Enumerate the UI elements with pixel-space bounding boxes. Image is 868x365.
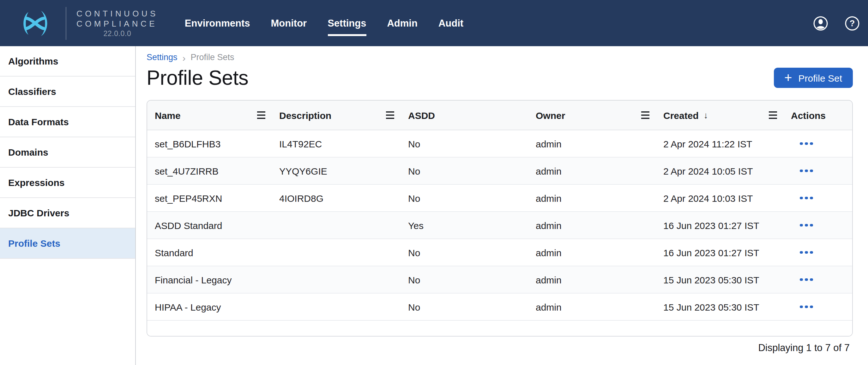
cell-created: 16 Jun 2023 01:27 IST bbox=[656, 239, 783, 266]
row-actions-button[interactable] bbox=[796, 194, 816, 202]
table-row: ASDD Standard Yes admin 16 Jun 2023 01:2… bbox=[147, 212, 852, 239]
cell-name: set_PEP45RXN bbox=[147, 185, 272, 212]
nav-item-audit[interactable]: Audit bbox=[438, 15, 463, 31]
row-actions-button[interactable] bbox=[796, 140, 816, 148]
sidebar-item-jdbc-drivers[interactable]: JDBC Drivers bbox=[0, 198, 135, 228]
cell-actions bbox=[783, 266, 852, 293]
sidebar-item-profile-sets[interactable]: Profile Sets bbox=[0, 228, 135, 259]
cell-asdd: No bbox=[401, 266, 528, 293]
column-menu-icon[interactable] bbox=[641, 111, 649, 119]
column-header-actions: Actions bbox=[783, 101, 852, 130]
cell-description: IL4T92EC bbox=[272, 130, 401, 157]
cell-description bbox=[272, 293, 401, 320]
cell-description bbox=[272, 266, 401, 293]
column-header-owner[interactable]: Owner bbox=[528, 101, 656, 130]
nav-item-environments[interactable]: Environments bbox=[185, 15, 250, 31]
table-row: set_PEP45RXN 4IOIRD8G No admin 2 Apr 202… bbox=[147, 185, 852, 212]
column-header-asdd[interactable]: ASDD bbox=[401, 101, 528, 130]
nav-item-label: Audit bbox=[438, 18, 463, 28]
sidebar-item-classifiers[interactable]: Classifiers bbox=[0, 77, 135, 107]
breadcrumb-settings-link[interactable]: Settings bbox=[147, 53, 178, 63]
row-actions-button[interactable] bbox=[796, 167, 816, 175]
more-horizontal-icon bbox=[800, 142, 803, 145]
row-actions-button[interactable] bbox=[796, 221, 816, 229]
page-title: Profile Sets bbox=[147, 66, 248, 90]
plus-icon: + bbox=[784, 71, 792, 84]
nav-item-label: Settings bbox=[328, 18, 366, 28]
top-navbar: CONTINUOUS COMPLIANCE 22.0.0.0 Environme… bbox=[0, 0, 868, 46]
table-header-row: Name Description bbox=[147, 101, 852, 130]
column-label: Name bbox=[155, 110, 181, 120]
cell-asdd: Yes bbox=[401, 212, 528, 239]
table-row: Standard No admin 16 Jun 2023 01:27 IST bbox=[147, 239, 852, 266]
column-header-description[interactable]: Description bbox=[272, 101, 401, 130]
nav-item-monitor[interactable]: Monitor bbox=[271, 15, 307, 31]
navbar-right: ? bbox=[813, 16, 860, 31]
cell-asdd: No bbox=[401, 293, 528, 320]
sidebar-item-domains[interactable]: Domains bbox=[0, 137, 135, 168]
app-root: CONTINUOUS COMPLIANCE 22.0.0.0 Environme… bbox=[0, 0, 868, 365]
cell-actions bbox=[783, 212, 852, 239]
more-horizontal-icon bbox=[800, 278, 803, 281]
help-icon: ? bbox=[845, 16, 860, 31]
user-icon bbox=[813, 16, 828, 31]
nav-item-settings[interactable]: Settings bbox=[328, 15, 366, 31]
cell-asdd: No bbox=[401, 130, 528, 157]
table-row: Financial - Legacy No admin 15 Jun 2023 … bbox=[147, 266, 852, 293]
cell-description bbox=[272, 212, 401, 239]
cell-name: Standard bbox=[147, 239, 272, 266]
cell-asdd: No bbox=[401, 239, 528, 266]
column-label: ASDD bbox=[408, 110, 435, 120]
cell-created: 15 Jun 2023 05:30 IST bbox=[656, 266, 783, 293]
sidebar-item-algorithms[interactable]: Algorithms bbox=[0, 46, 135, 77]
logo-line-2: COMPLIANCE bbox=[76, 19, 158, 28]
nav-item-label: Environments bbox=[185, 18, 250, 28]
app-version: 22.0.0.0 bbox=[76, 30, 158, 37]
cell-name: ASDD Standard bbox=[147, 212, 272, 239]
row-actions-button[interactable] bbox=[796, 276, 816, 284]
sort-descending-icon: ↓ bbox=[704, 111, 708, 119]
cell-asdd: No bbox=[401, 185, 528, 212]
add-profile-set-button[interactable]: + Profile Set bbox=[774, 68, 853, 88]
column-menu-icon[interactable] bbox=[769, 111, 777, 119]
row-actions-button[interactable] bbox=[796, 303, 816, 311]
cell-description bbox=[272, 239, 401, 266]
cell-actions bbox=[783, 293, 852, 320]
sidebar-item-data-formats[interactable]: Data Formats bbox=[0, 107, 135, 137]
sidebar-item-expressions[interactable]: Expressions bbox=[0, 168, 135, 198]
column-header-created[interactable]: Created ↓ bbox=[656, 101, 783, 130]
cell-owner: admin bbox=[528, 130, 656, 157]
cell-actions bbox=[783, 130, 852, 157]
help-button[interactable]: ? bbox=[845, 16, 860, 31]
main-nav: Environments Monitor Settings Admin Audi… bbox=[185, 15, 463, 31]
cell-created: 15 Jun 2023 05:30 IST bbox=[656, 293, 783, 320]
sidebar-item-label: Algorithms bbox=[8, 56, 58, 66]
sidebar-item-label: JDBC Drivers bbox=[8, 207, 69, 218]
body-row: Algorithms Classifiers Data Formats Doma… bbox=[0, 46, 868, 365]
table-row: set_4U7ZIRRB YYQY6GIE No admin 2 Apr 202… bbox=[147, 157, 852, 185]
sidebar-item-label: Profile Sets bbox=[8, 238, 60, 249]
nav-item-label: Admin bbox=[387, 18, 417, 28]
row-actions-button[interactable] bbox=[796, 249, 816, 256]
cell-name: set_B6DLFHB3 bbox=[147, 130, 272, 157]
cell-created: 2 Apr 2024 10:03 IST bbox=[656, 185, 783, 212]
cell-description: 4IOIRD8G bbox=[272, 185, 401, 212]
profile-sets-table: Name Description bbox=[147, 101, 852, 321]
table-footer bbox=[147, 321, 852, 336]
column-header-name[interactable]: Name bbox=[147, 101, 272, 130]
table-row: HIPAA - Legacy No admin 15 Jun 2023 05:3… bbox=[147, 293, 852, 320]
sidebar-item-label: Domains bbox=[8, 147, 48, 158]
cell-owner: admin bbox=[528, 239, 656, 266]
cell-actions bbox=[783, 185, 852, 212]
sidebar-item-label: Expressions bbox=[8, 177, 64, 188]
nav-item-admin[interactable]: Admin bbox=[387, 15, 417, 31]
breadcrumb: Settings › Profile Sets bbox=[147, 53, 853, 63]
more-horizontal-icon bbox=[800, 251, 803, 254]
app-logo[interactable]: CONTINUOUS COMPLIANCE 22.0.0.0 bbox=[18, 7, 158, 39]
account-menu-button[interactable] bbox=[813, 16, 828, 31]
title-row: Profile Sets + Profile Set bbox=[147, 66, 853, 90]
more-horizontal-icon bbox=[800, 197, 803, 200]
more-horizontal-icon bbox=[800, 170, 803, 172]
column-menu-icon[interactable] bbox=[257, 111, 265, 119]
column-menu-icon[interactable] bbox=[386, 111, 394, 119]
